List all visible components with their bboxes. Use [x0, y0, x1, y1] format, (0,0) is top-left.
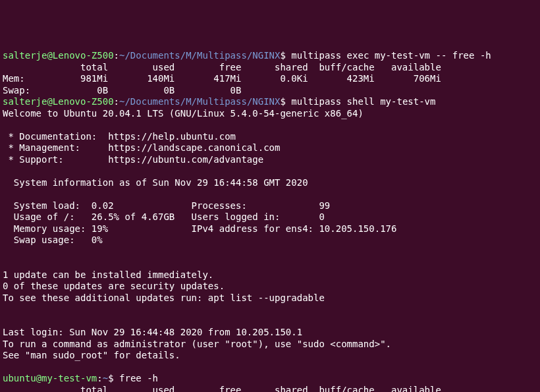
free-header-2: total used free shared buff/cache availa… — [3, 385, 441, 393]
support-line: * Support: https://ubuntu.com/advantage — [3, 154, 263, 165]
documentation-line: * Documentation: https://help.ubuntu.com — [3, 131, 236, 142]
command-text: free -h — [119, 373, 158, 383]
free-mem-1: Mem: 981Mi 140Mi 417Mi 0.0Ki 423Mi 706Mi — [3, 73, 441, 84]
vm-prompt-line-1: ubuntu@my-test-vm:~$ free -h — [3, 373, 158, 383]
command-text: multipass shell my-test-vm — [291, 96, 435, 107]
terminal-output[interactable]: salterje@Lenovo-Z500:~/Documents/M/Multi… — [3, 50, 537, 392]
prompt-line-2: salterje@Lenovo-Z500:~/Documents/M/Multi… — [3, 96, 435, 107]
command-text: multipass exec my-test-vm -- free -h — [291, 50, 491, 61]
sudo-hint-line-2: See "man sudo_root" for details. — [3, 350, 180, 360]
sysinfo-line-1: System load: 0.02 Processes: 99 — [3, 200, 330, 211]
sysinfo-line-2: Usage of /: 26.5% of 4.67GB Users logged… — [3, 211, 325, 222]
sysinfo-line-4: Swap usage: 0% — [3, 235, 103, 245]
free-swap-1: Swap: 0B 0B 0B — [3, 85, 241, 96]
prompt-path: ~ — [103, 373, 108, 383]
prompt-user-host: salterje@Lenovo-Z500 — [3, 50, 114, 61]
sudo-hint-line-1: To run a command as administrator (user … — [3, 339, 391, 349]
update-line-2: 0 of these updates are security updates. — [3, 281, 225, 291]
sysinfo-line-3: Memory usage: 19% IPv4 address for ens4:… — [3, 223, 396, 234]
prompt-user-host: salterje@Lenovo-Z500 — [3, 96, 114, 107]
update-line-1: 1 update can be installed immediately. — [3, 269, 213, 280]
management-line: * Management: https://landscape.canonica… — [3, 142, 280, 153]
prompt-colon: : — [114, 96, 119, 107]
prompt-dollar: $ — [280, 50, 291, 61]
prompt-dollar: $ — [108, 373, 119, 383]
free-header-1: total used free shared buff/cache availa… — [3, 62, 441, 72]
prompt-dollar: $ — [280, 96, 291, 107]
prompt-path: ~/Documents/M/Multipass/NGINX — [119, 96, 280, 107]
prompt-colon: : — [114, 50, 119, 61]
welcome-line: Welcome to Ubuntu 20.04.1 LTS (GNU/Linux… — [3, 108, 364, 119]
prompt-user-host: ubuntu@my-test-vm — [3, 373, 97, 383]
update-line-3: To see these additional updates run: apt… — [3, 293, 325, 303]
sysinfo-header: System information as of Sun Nov 29 16:4… — [3, 177, 308, 188]
prompt-line-1: salterje@Lenovo-Z500:~/Documents/M/Multi… — [3, 50, 491, 61]
prompt-path: ~/Documents/M/Multipass/NGINX — [119, 50, 280, 61]
last-login-line: Last login: Sun Nov 29 16:44:48 2020 fro… — [3, 327, 302, 337]
prompt-colon: : — [97, 373, 102, 383]
